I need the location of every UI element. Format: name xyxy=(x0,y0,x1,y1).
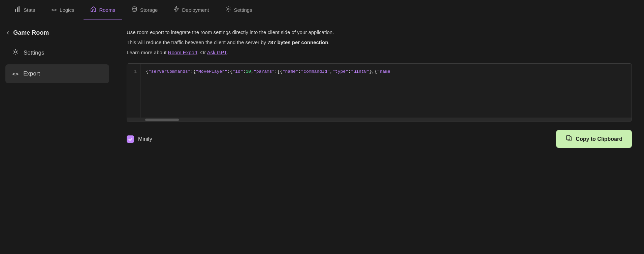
tab-deployment[interactable]: Deployment xyxy=(167,0,216,20)
line-number-1: 1 xyxy=(130,68,137,75)
description-prefix: This will reduce the traffic between the… xyxy=(127,39,267,45)
description-suffix: . xyxy=(328,39,329,45)
sidebar-item-export[interactable]: <> Export xyxy=(5,64,109,83)
tab-deployment-label: Deployment xyxy=(182,7,209,13)
stats-icon xyxy=(15,6,21,13)
tab-logics-label: Logics xyxy=(60,7,74,13)
sidebar-export-label: Export xyxy=(23,70,40,77)
sidebar-settings-icon xyxy=(12,49,19,57)
tab-storage[interactable]: Storage xyxy=(125,0,165,20)
left-panel: ‹ Game Room Settings <> Export xyxy=(0,20,115,254)
copy-icon xyxy=(566,135,572,143)
page-title: Game Room xyxy=(13,29,49,36)
tab-stats-label: Stats xyxy=(24,7,35,13)
content-area: ‹ Game Room Settings <> Export xyxy=(0,20,644,254)
learn-more-suffix: . xyxy=(227,50,228,55)
description-bold: 787 bytes per connection xyxy=(267,39,328,45)
code-container: 1 {"serverCommands":{"MovePlayer":{"id":… xyxy=(127,63,632,122)
sidebar-nav: Settings <> Export xyxy=(0,40,115,87)
learn-more-prefix: Learn more about xyxy=(127,50,168,55)
minify-row: Minify xyxy=(127,135,152,143)
ask-gpt-link[interactable]: Ask GPT xyxy=(207,50,226,55)
minify-checkbox[interactable] xyxy=(127,135,134,143)
description-line1: Use room export to integrate the room se… xyxy=(127,28,632,36)
tab-rooms[interactable]: Rooms xyxy=(84,0,122,20)
svg-rect-0 xyxy=(15,9,16,12)
learn-more-middle: . Or xyxy=(197,50,207,55)
sidebar-item-settings[interactable]: Settings xyxy=(5,42,109,63)
svg-point-4 xyxy=(227,8,229,10)
minify-checkbox-container[interactable]: Minify xyxy=(127,135,152,143)
code-content[interactable]: {"serverCommands":{"MovePlayer":{"id":10… xyxy=(140,64,396,118)
sidebar-export-icon: <> xyxy=(12,71,19,77)
rooms-icon xyxy=(90,6,96,13)
copy-to-clipboard-button[interactable]: Copy to Clipboard xyxy=(556,130,632,148)
tab-settings[interactable]: Settings xyxy=(219,0,259,20)
line-numbers: 1 xyxy=(127,64,140,118)
settings-icon xyxy=(225,6,231,13)
logics-icon: <> xyxy=(51,7,57,12)
learn-more-text: Learn more about Room Export. Or Ask GPT… xyxy=(127,49,632,57)
svg-rect-7 xyxy=(567,135,570,140)
minify-label: Minify xyxy=(138,136,152,142)
code-block: 1 {"serverCommands":{"MovePlayer":{"id":… xyxy=(127,64,632,118)
scrollbar-thumb[interactable] xyxy=(145,119,179,121)
copy-button-label: Copy to Clipboard xyxy=(576,136,622,142)
svg-rect-1 xyxy=(17,7,18,12)
svg-point-5 xyxy=(14,51,17,53)
room-export-link[interactable]: Room Export xyxy=(168,50,198,55)
bottom-row: Minify Copy to Clipboard xyxy=(127,130,632,148)
tab-stats[interactable]: Stats xyxy=(8,0,42,20)
page-layout: Stats <> Logics Rooms Storage xyxy=(0,0,644,254)
tab-storage-label: Storage xyxy=(140,7,158,13)
top-nav: Stats <> Logics Rooms Storage xyxy=(0,0,644,20)
description-line2: This will reduce the traffic between the… xyxy=(127,38,632,46)
tab-logics[interactable]: <> Logics xyxy=(44,0,81,20)
right-panel: Use room export to integrate the room se… xyxy=(115,20,644,254)
tab-settings-label: Settings xyxy=(234,7,252,13)
breadcrumb: ‹ Game Room xyxy=(0,23,115,40)
storage-icon xyxy=(131,6,137,13)
svg-rect-2 xyxy=(19,6,20,12)
horizontal-scrollbar[interactable] xyxy=(127,118,632,122)
back-button[interactable]: ‹ xyxy=(7,28,9,37)
deployment-icon xyxy=(174,6,179,13)
svg-point-3 xyxy=(132,7,137,9)
tab-rooms-label: Rooms xyxy=(99,7,115,13)
sidebar-settings-label: Settings xyxy=(24,50,44,56)
